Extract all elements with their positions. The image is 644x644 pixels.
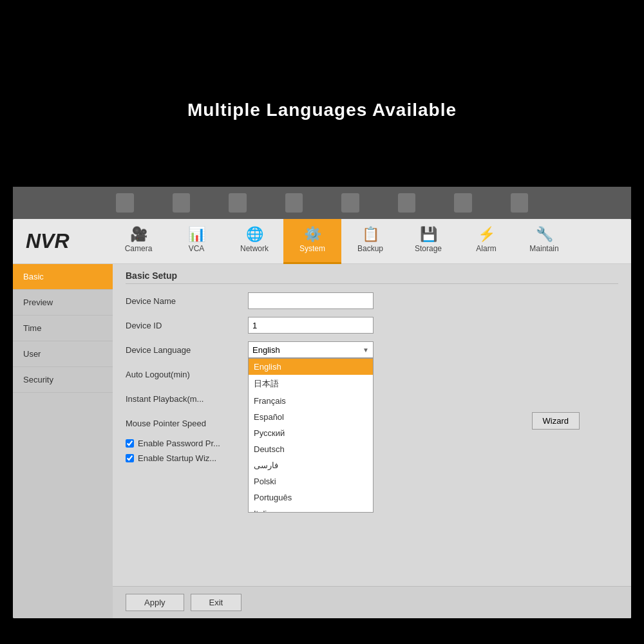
dropdown-option-Italiano[interactable]: Italiano	[249, 506, 373, 513]
nav-icon-alarm: ⚡	[478, 227, 495, 242]
sidebar-item-user[interactable]: User	[13, 341, 113, 367]
sidebar-item-basic[interactable]: Basic	[13, 264, 113, 290]
dropdown-option-Español[interactable]: Español	[249, 409, 373, 425]
nav-label-alarm: Alarm	[476, 244, 496, 253]
nav-item-system[interactable]: ⚙️ System	[283, 219, 341, 264]
dropdown-option-Français[interactable]: Français	[249, 393, 373, 409]
dropdown-arrow-icon: ▼	[363, 346, 369, 354]
device-language-row: Device Language English ▼ English日本語Fran…	[126, 341, 618, 359]
device-id-label: Device ID	[126, 321, 248, 330]
nav-icon-system: ⚙️	[304, 227, 321, 242]
ghost-icon-4	[285, 193, 303, 213]
nav-icon-maintain: 🔧	[536, 227, 553, 242]
device-name-row: Device Name	[126, 292, 618, 310]
wizard-button[interactable]: Wizard	[532, 412, 580, 430]
ui-panel: NVR 🎥 Camera 📊 VCA 🌐 Network ⚙️ System 📋…	[13, 219, 631, 618]
nav-label-system: System	[299, 244, 325, 253]
ghost-icon-2	[173, 193, 191, 213]
ghost-icon-3	[229, 193, 247, 213]
top-nav: NVR 🎥 Camera 📊 VCA 🌐 Network ⚙️ System 📋…	[13, 219, 631, 264]
nav-icon-vca: 📊	[188, 227, 205, 242]
dropdown-option-English[interactable]: English	[249, 359, 373, 375]
nav-icon-storage: 💾	[420, 227, 437, 242]
device-name-input[interactable]	[248, 292, 374, 309]
device-name-label: Device Name	[126, 296, 248, 306]
device-language-label: Device Language	[126, 345, 248, 355]
ghost-icon-1	[116, 193, 134, 213]
ghost-icon-8	[511, 193, 529, 213]
nav-icon-backup: 📋	[362, 227, 379, 242]
nav-item-maintain[interactable]: 🔧 Maintain	[515, 219, 573, 264]
sidebar-item-preview[interactable]: Preview	[13, 290, 113, 316]
ghost-bar	[13, 187, 631, 219]
language-dropdown-wrapper: English ▼ English日本語FrançaisEspañolРусск…	[248, 341, 374, 358]
section-title: Basic Setup	[126, 270, 618, 284]
nav-item-network[interactable]: 🌐 Network	[225, 219, 283, 264]
enable-startup-checkbox[interactable]	[126, 454, 134, 462]
nav-label-vca: VCA	[189, 244, 205, 253]
language-dropdown-list: English日本語FrançaisEspañolРусскийDeutschف…	[248, 358, 374, 513]
nav-label-storage: Storage	[415, 244, 442, 253]
nav-label-network: Network	[240, 244, 269, 253]
dropdown-option-Português[interactable]: Português	[249, 489, 373, 506]
language-selected-value: English	[252, 345, 280, 355]
nav-icon-network: 🌐	[246, 227, 263, 242]
nav-icon-camera: 🎥	[130, 227, 147, 242]
dropdown-option-日本語[interactable]: 日本語	[249, 375, 373, 393]
dropdown-option-Русский[interactable]: Русский	[249, 425, 373, 441]
enable-startup-label: Enable Startup Wiz...	[138, 453, 216, 463]
nav-item-storage[interactable]: 💾 Storage	[399, 219, 457, 264]
exit-button[interactable]: Exit	[191, 594, 242, 611]
dropdown-option-Deutsch[interactable]: Deutsch	[249, 441, 373, 457]
ghost-icon-7	[454, 193, 472, 213]
bottom-bar: Apply Exit	[113, 586, 631, 618]
nav-label-backup: Backup	[357, 244, 383, 253]
enable-password-label: Enable Password Pr...	[138, 439, 220, 448]
sidebar-item-security[interactable]: Security	[13, 367, 113, 393]
content-panel: Basic Setup Device Name Device ID Device…	[113, 264, 631, 618]
nav-item-camera[interactable]: 🎥 Camera	[109, 219, 167, 264]
sidebar: BasicPreviewTimeUserSecurity	[13, 264, 113, 618]
main-content: BasicPreviewTimeUserSecurity Basic Setup…	[13, 264, 631, 618]
dropdown-option-Polski[interactable]: Polski	[249, 473, 373, 489]
dropdown-option-فارسی[interactable]: فارسی	[249, 457, 373, 473]
enable-password-checkbox[interactable]	[126, 439, 134, 448]
nav-label-camera: Camera	[125, 244, 153, 253]
device-id-row: Device ID	[126, 316, 618, 334]
nav-items: 🎥 Camera 📊 VCA 🌐 Network ⚙️ System 📋 Bac…	[109, 219, 625, 264]
language-dropdown[interactable]: English ▼	[248, 341, 374, 358]
ghost-icon-5	[341, 193, 359, 213]
brand: NVR	[19, 229, 109, 253]
instant-playback-label: Instant Playback(m...	[126, 394, 248, 404]
nav-item-backup[interactable]: 📋 Backup	[341, 219, 399, 264]
apply-button[interactable]: Apply	[126, 594, 184, 611]
mouse-pointer-label: Mouse Pointer Speed	[126, 419, 248, 428]
device-id-input[interactable]	[248, 317, 374, 334]
nav-label-maintain: Maintain	[529, 244, 558, 253]
brand-text: NVR	[26, 229, 70, 253]
sidebar-item-time[interactable]: Time	[13, 316, 113, 341]
ghost-icon-6	[398, 193, 416, 213]
hero-title: Multiple Languages Available	[0, 100, 644, 120]
nav-item-vca[interactable]: 📊 VCA	[167, 219, 225, 264]
nav-item-alarm[interactable]: ⚡ Alarm	[457, 219, 515, 264]
auto-logout-label: Auto Logout(min)	[126, 370, 248, 379]
